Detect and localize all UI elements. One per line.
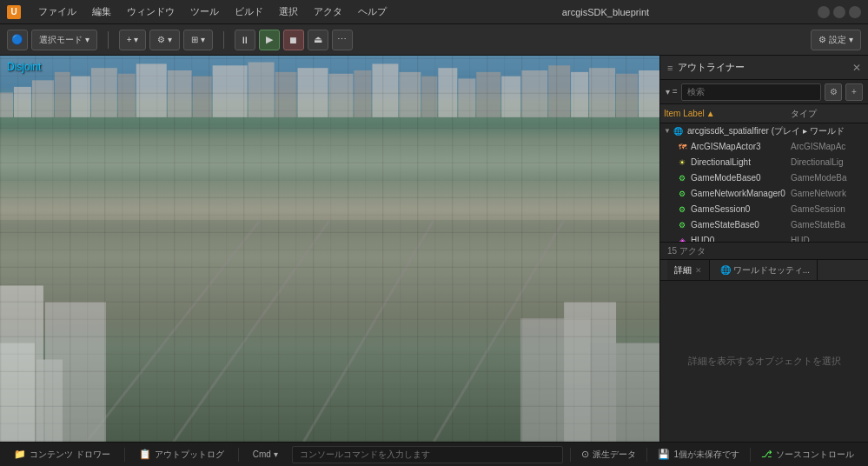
tree-item[interactable]: ◈ HUD0 HUD	[667, 233, 868, 242]
bottom-panel: 詳細 ✕ 🌐 ワールドセッティ... 詳細を表示するオブジェクトを選択	[660, 259, 868, 442]
tree-item-icon: ⚙	[676, 172, 688, 184]
viewport-background	[0, 56, 659, 442]
outliner-add-btn[interactable]: +	[845, 83, 863, 101]
menu-edit[interactable]: 編集	[85, 3, 118, 20]
main-toolbar: 🔵 選択モード ▾ + ▾ ⚙ ▾ ⊞ ▾ ⏸ ▶ ⏹ ⏏ ⋯ ⚙ 設定 ▾	[0, 24, 868, 56]
tree-item[interactable]: ☀ DirectionalLight DirectionalLig	[667, 155, 868, 170]
details-content: 詳細を表示するオブジェクトを選択	[660, 281, 868, 442]
derived-data-btn[interactable]: ⊙ 派生データ	[574, 449, 643, 461]
status-bar: 📁 コンテンツ ドロワー 📋 アウトプットログ Cmd ▾ ⊙ 派生データ 💾 …	[0, 442, 868, 466]
unsaved-icon: 💾	[658, 449, 670, 460]
menu-build[interactable]: ビルド	[228, 3, 270, 20]
viewport[interactable]: Disjoint	[0, 56, 659, 442]
tree-item-icon: ⚙	[676, 203, 688, 216]
tree-root[interactable]: ▼ 🌐 arcgissdk_spatialfirer (プレイ ▸ ワールド	[660, 123, 868, 139]
status-bar-right: ⊙ 派生データ 💾 1個が未保存です ⎇ ソースコントロール	[570, 448, 861, 462]
status-divider-2	[238, 448, 239, 462]
window-title: arcgisSDK_blueprint	[562, 7, 649, 17]
tree-item-type: GameStateBa	[791, 220, 865, 230]
city-overlay	[0, 56, 659, 442]
tree-item-name: GameModeBase0	[691, 173, 791, 183]
tree-item-type: DirectionalLig	[791, 157, 865, 167]
actor-count: 15 アクタ	[660, 242, 868, 259]
details-tab-close[interactable]: ✕	[695, 266, 702, 275]
cmd-btn[interactable]: Cmd ▾	[246, 443, 285, 466]
title-bar-left: U ファイル 編集 ウィンドウ ツール ビルド 選択 アクタ ヘルプ	[7, 3, 394, 20]
derived-data-label: 派生データ	[593, 449, 636, 461]
unsaved-label: 1個が未保存です	[673, 449, 739, 461]
cmd-label: Cmd ▾	[253, 449, 278, 459]
more-btn[interactable]: ⋯	[332, 30, 353, 50]
app-logo: U	[7, 5, 21, 19]
minimize-button[interactable]	[818, 6, 830, 18]
unsaved-btn[interactable]: 💾 1個が未保存です	[651, 449, 746, 461]
status-divider-5	[750, 448, 751, 462]
details-tab-label: 詳細	[674, 264, 692, 276]
window-controls	[818, 6, 861, 18]
details-hint-text: 詳細を表示するオブジェクトを選択	[688, 355, 841, 368]
tree-items: 🗺 ArcGISMapActor3 ArcGISMapAc ☀ Directio…	[660, 139, 868, 242]
content-drawer-label: コンテンツ ドロワー	[30, 449, 110, 461]
viewport-label: Disjoint	[7, 61, 41, 73]
tree-item[interactable]: 🗺 ArcGISMapActor3 ArcGISMapAc	[667, 139, 868, 155]
menu-file[interactable]: ファイル	[31, 3, 83, 20]
main-area: Disjoint	[0, 56, 868, 442]
tree-item-type: ArcGISMapAc	[791, 142, 865, 151]
eject-btn[interactable]: ⏏	[308, 30, 328, 50]
col-type-header: タイプ	[791, 108, 865, 120]
menu-window[interactable]: ウィンドウ	[120, 3, 182, 20]
source-control-btn[interactable]: ⎇ ソースコントロール	[754, 449, 861, 461]
col-name-header[interactable]: Item Label ▲	[664, 109, 791, 118]
settings-btn-2[interactable]: ⚙ ▾	[149, 30, 180, 50]
menu-tools[interactable]: ツール	[183, 3, 226, 20]
status-divider-4	[646, 448, 647, 462]
title-bar: U ファイル 編集 ウィンドウ ツール ビルド 選択 アクタ ヘルプ arcgi…	[0, 0, 868, 24]
tree-item-icon: ☀	[676, 156, 688, 169]
col-name-label: Item Label	[664, 109, 705, 118]
toolbar-logo-btn[interactable]: 🔵	[7, 30, 28, 50]
output-log-label: アウトプットログ	[155, 449, 224, 461]
settings-main-btn[interactable]: ⚙ 設定 ▾	[811, 30, 861, 50]
outliner-settings-btn[interactable]: ⚙	[825, 83, 842, 101]
close-button[interactable]	[849, 6, 861, 18]
status-divider-1	[124, 448, 125, 462]
toolbar-play: ⏸ ▶ ⏹ ⏏ ⋯	[235, 30, 353, 50]
grid-btn[interactable]: ⊞ ▾	[183, 30, 213, 50]
output-log-icon: 📋	[139, 449, 151, 460]
tree-item[interactable]: ⚙ GameStateBase0 GameStateBa	[667, 217, 868, 233]
tree-item-type: GameNetwork	[791, 189, 865, 198]
outliner-tree: ▼ 🌐 arcgissdk_spatialfirer (プレイ ▸ ワールド 🗺…	[660, 123, 868, 242]
console-input[interactable]	[292, 446, 564, 463]
toolbar-left: 🔵 選択モード ▾	[7, 30, 97, 50]
select-mode-btn[interactable]: 選択モード ▾	[31, 30, 97, 50]
add-btn[interactable]: + ▾	[119, 30, 147, 50]
world-settings-tab[interactable]: 🌐 ワールドセッティ...	[713, 260, 818, 280]
tree-item[interactable]: ⚙ GameModeBase0 GameModeBa	[667, 170, 868, 186]
menu-help[interactable]: ヘルプ	[351, 3, 394, 20]
output-log-btn[interactable]: 📋 アウトプットログ	[132, 443, 231, 466]
menu-select[interactable]: 選択	[272, 3, 305, 20]
outliner-close-btn[interactable]: ✕	[852, 62, 861, 74]
select-mode-label: 選択モード ▾	[39, 34, 89, 46]
tree-item-icon: ⚙	[676, 188, 688, 200]
tree-item[interactable]: ⚙ GameNetworkManager0 GameNetwork	[667, 186, 868, 202]
tree-item-name: GameStateBase0	[691, 220, 791, 230]
tree-item[interactable]: ⚙ GameSession0 GameSession	[667, 202, 868, 217]
details-tab[interactable]: 詳細 ✕	[667, 260, 710, 280]
play-btn[interactable]: ▶	[259, 30, 280, 50]
tree-item-name: ArcGISMapActor3	[691, 142, 791, 151]
search-input[interactable]	[681, 83, 821, 101]
content-drawer-btn[interactable]: 📁 コンテンツ ドロワー	[7, 443, 117, 466]
tree-item-type: GameModeBa	[791, 173, 865, 183]
pause-btn[interactable]: ⏸	[235, 30, 255, 50]
world-settings-tab-label: 🌐 ワールドセッティ...	[720, 264, 810, 276]
outliner-title: アウトライナー	[678, 61, 745, 74]
derived-data-icon: ⊙	[581, 449, 589, 460]
expand-arrow-root: ▼	[664, 127, 671, 135]
tree-item-icon: 🗺	[676, 141, 688, 153]
maximize-button[interactable]	[833, 6, 845, 18]
stop-btn[interactable]: ⏹	[283, 30, 304, 50]
status-divider-3	[570, 448, 571, 462]
menu-actor[interactable]: アクタ	[307, 3, 349, 20]
tree-item-name: HUD0	[691, 236, 791, 242]
